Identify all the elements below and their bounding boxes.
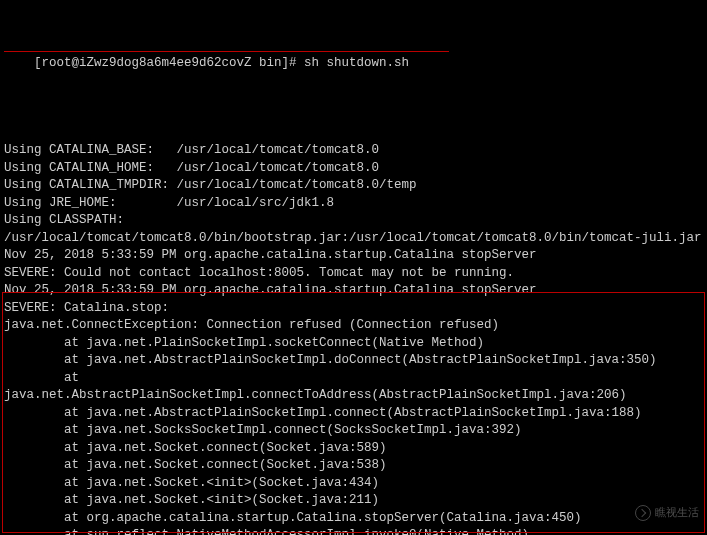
output-line: SEVERE: Could not contact localhost:8005…	[4, 265, 703, 283]
watermark-text: 瞧视生活	[655, 505, 699, 520]
watermark: 瞧视生活	[635, 505, 699, 521]
output-line: SEVERE: Catalina.stop:	[4, 300, 703, 318]
output-line: java.net.ConnectException: Connection re…	[4, 317, 703, 335]
prompt-underline-highlight	[4, 51, 449, 52]
output-line: Using CATALINA_BASE: /usr/local/tomcat/t…	[4, 142, 703, 160]
output-line: Using CLASSPATH: /usr/local/tomcat/tomca…	[4, 212, 703, 247]
output-line: Using CATALINA_TMPDIR: /usr/local/tomcat…	[4, 177, 703, 195]
command-prompt-line: [root@iZwz9dog8a6m4ee9d62covZ bin]# sh s…	[4, 37, 703, 107]
output-line: at java.net.Socket.<init>(Socket.java:21…	[4, 492, 703, 510]
output-line: at java.net.Socket.connect(Socket.java:5…	[4, 440, 703, 458]
output-line: at java.net.AbstractPlainSocketImpl.conn…	[4, 405, 703, 423]
output-line: at java.net.AbstractPlainSocketImpl.conn…	[4, 370, 703, 405]
terminal-output: [root@iZwz9dog8a6m4ee9d62covZ bin]# sh s…	[4, 2, 703, 535]
output-line: at sun.reflect.NativeMethodAccessorImpl.…	[4, 527, 703, 535]
output-line: Using CATALINA_HOME: /usr/local/tomcat/t…	[4, 160, 703, 178]
output-line: at java.net.AbstractPlainSocketImpl.doCo…	[4, 352, 703, 370]
output-line: at java.net.Socket.<init>(Socket.java:43…	[4, 475, 703, 493]
output-line: at java.net.PlainSocketImpl.socketConnec…	[4, 335, 703, 353]
output-line: at java.net.SocksSocketImpl.connect(Sock…	[4, 422, 703, 440]
output-line: at org.apache.catalina.startup.Catalina.…	[4, 510, 703, 528]
watermark-icon	[635, 505, 651, 521]
prompt-text: [root@iZwz9dog8a6m4ee9d62covZ bin]# sh s…	[34, 56, 409, 70]
output-line: Nov 25, 2018 5:33:59 PM org.apache.catal…	[4, 247, 703, 265]
output-line: Using JRE_HOME: /usr/local/src/jdk1.8	[4, 195, 703, 213]
output-line: at java.net.Socket.connect(Socket.java:5…	[4, 457, 703, 475]
output-lines: Using CATALINA_BASE: /usr/local/tomcat/t…	[4, 142, 703, 535]
output-line: Nov 25, 2018 5:33:59 PM org.apache.catal…	[4, 282, 703, 300]
